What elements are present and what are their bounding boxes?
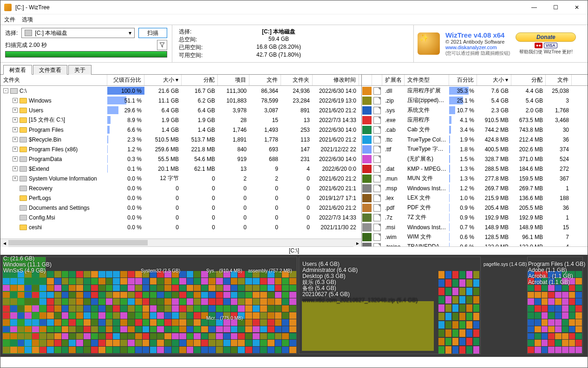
ext-row[interactable]: .7z7Z 文件0.9 %192.9 MB192.9 MB1 — [362, 213, 588, 222]
scroll-left-icon[interactable]: ◂ — [0, 239, 8, 247]
ext-row[interactable]: .ttfTrueType 字体文1.8 %400.5 MB202.6 MB374 — [362, 144, 588, 154]
ext-row[interactable]: .pdfPDF 文件0.9 %205.4 MB205.5 MB36 — [362, 203, 588, 213]
ext-row[interactable]: .msiWindows Installe0.7 %148.9 MB148.9 M… — [362, 222, 588, 232]
tree-col-4[interactable]: 项目 — [218, 75, 249, 85]
expander-icon[interactable]: + — [13, 137, 18, 142]
ext-row[interactable]: .mspWindows Installe1.2 %269.7 MB269.7 M… — [362, 183, 588, 193]
expander-icon[interactable]: + — [13, 156, 18, 161]
expander-icon[interactable]: - — [3, 88, 8, 93]
expander-icon[interactable]: + — [13, 176, 18, 181]
folder-icon — [20, 147, 27, 152]
ext-row[interactable]: .datKMP - MPEG Mc1.3 %288.5 MB184.6 MB27… — [362, 164, 588, 174]
tree-row[interactable]: PerfLogs0.0 %000002019/12/7 17:1 — [0, 193, 361, 203]
file-type-icon — [373, 87, 381, 95]
close-button[interactable]: ✕ — [566, 0, 588, 14]
product-name: WizTree v4.08 x64 — [445, 31, 510, 39]
ext-body[interactable]: .dll应用程序扩展35.3 %7.6 GB4.4 GB25,038.zip压缩… — [362, 86, 588, 246]
tree-h-scrollbar[interactable]: ◂ ▸ — [0, 239, 361, 246]
ext-row[interactable]: .lexLEX 文件1.0 %215.9 MB136.6 MB188 — [362, 193, 588, 203]
expander-icon[interactable]: + — [13, 108, 18, 113]
tree-col-1[interactable]: 父级百分比 — [107, 75, 144, 85]
tree-row[interactable]: +$Extend0.1 %20.1 MB62.1 MB13942022/6/20… — [0, 164, 361, 174]
tree-col-5[interactable]: 文件 — [249, 75, 281, 85]
ext-col-7[interactable]: 文件 — [546, 75, 572, 85]
folder-name: Program Files — [29, 127, 64, 133]
scroll-thumb[interactable] — [8, 240, 148, 245]
menu-file[interactable]: 文件 — [4, 16, 15, 24]
ext-color-swatch — [362, 174, 372, 183]
percent-cell: 8.9 % — [107, 115, 144, 125]
website-link[interactable]: www.diskanalyzer.com — [445, 45, 510, 50]
ext-row[interactable]: (无扩展名)1.5 %328.7 MB371.0 MB524 — [362, 154, 588, 164]
ext-row[interactable]: .cabCab 文件3.4 %744.2 MB743.8 MB30 — [362, 125, 588, 135]
progress-bar — [5, 51, 167, 58]
ext-row[interactable]: .munMUN 文件1.3 %277.8 MB159.5 MB367 — [362, 174, 588, 183]
ext-row[interactable]: .zip压缩(zipped)文件25.1 %5.4 GB5.4 GB3 — [362, 96, 588, 105]
filter-button[interactable] — [157, 40, 167, 50]
tree-body[interactable]: -C:\100.0 %21.6 GB16.7 GB111,30086,36424… — [0, 86, 361, 239]
tree-row[interactable]: +[15 文件在 C:\]8.9 %1.9 GB1.9 GB2815132022… — [0, 115, 361, 125]
ext-col-1[interactable] — [372, 75, 382, 85]
tree-row[interactable]: +System Volume Information0.0 %12 字节0220… — [0, 174, 361, 183]
tree-row[interactable]: +Users29.6 %6.4 GB6.4 GB3,9783,087891202… — [0, 105, 361, 115]
folder-icon — [20, 156, 27, 162]
ext-color-swatch — [362, 233, 372, 241]
tree-row[interactable]: -C:\100.0 %21.6 GB16.7 GB111,30086,36424… — [0, 86, 361, 96]
ext-col-4[interactable]: 百分比 — [449, 75, 477, 85]
tree-row[interactable]: +$Recycle.Bin2.3 %510.5 MB513.7 MB1,8911… — [0, 135, 361, 144]
drive-dropdown[interactable]: [C:] 本地磁盘 — [21, 28, 135, 38]
ext-col-6[interactable]: 分配 — [511, 75, 546, 85]
folder-name: ProgramData — [29, 156, 62, 162]
tab-file-view[interactable]: 文件查看 — [33, 65, 67, 75]
folder-name: Program Files (x86) — [29, 146, 78, 153]
scroll-right-icon[interactable]: ▸ — [353, 239, 361, 247]
tree-row[interactable]: +Windows51.1 %11.1 GB6.2 GB101,88378,599… — [0, 96, 361, 105]
tree-row[interactable]: Config.Msi0.0 %000002022/7/3 14:33 — [0, 213, 361, 222]
ext-row[interactable]: .wimWIM 文件0.6 %128.5 MB96.1 MB7 — [362, 232, 588, 242]
file-type-icon — [373, 233, 381, 241]
tm-acrobat-label: Acrobat (1.1 GB) — [528, 279, 585, 285]
tree-col-2[interactable]: 大小 ▾ — [144, 75, 182, 85]
ext-col-2[interactable]: 扩展名 — [382, 75, 405, 85]
ext-col-5[interactable]: 大小 ▾ — [477, 75, 511, 85]
folder-name: C:\ — [20, 88, 26, 94]
folder-icon — [20, 108, 27, 113]
ext-row[interactable]: .ttcTrueType Collect1.9 %424.8 MB212.4 M… — [362, 135, 588, 144]
tree-row[interactable]: +Program Files6.6 %1.4 GB1.4 GB1,7461,49… — [0, 125, 361, 135]
tree-row[interactable]: +Program Files (x86)1.2 %259.6 MB221.8 M… — [0, 144, 361, 154]
tree-row[interactable]: Recovery0.0 %000002021/6/20 21:1 — [0, 183, 361, 193]
percent-cell: 0.0 % — [107, 183, 144, 193]
maximize-button[interactable]: ☐ — [545, 0, 566, 14]
ext-row[interactable]: .traineTRAINEDDATA 文0.6 %122.0 MB122.0 M… — [362, 242, 588, 246]
tree-col-0[interactable]: 文件夹 — [0, 75, 107, 85]
folder-icon — [20, 137, 27, 142]
ext-row[interactable]: .dll应用程序扩展35.3 %7.6 GB4.4 GB25,038 — [362, 86, 588, 96]
tree-col-7[interactable]: 修改时间 — [313, 75, 359, 85]
menu-options[interactable]: 选项 — [22, 16, 33, 24]
tree-row[interactable]: +ProgramData0.3 %55.5 MB54.6 MB919688231… — [0, 154, 361, 164]
folder-icon — [20, 215, 27, 220]
donate-button[interactable]: Donate — [516, 32, 576, 42]
ext-col-3[interactable]: 文件类型 — [405, 75, 449, 85]
expander-icon[interactable]: + — [13, 127, 18, 132]
expander-icon[interactable]: + — [13, 117, 18, 123]
tree-col-3[interactable]: 分配 — [182, 75, 218, 85]
expander-icon[interactable]: + — [13, 166, 18, 171]
ext-row[interactable]: .exe应用程序4.1 %910.5 MB673.5 MB3,468 — [362, 115, 588, 125]
scan-button[interactable]: 扫描 — [138, 28, 167, 38]
tree-col-6[interactable]: 文件夹 — [281, 75, 313, 85]
minimize-button[interactable]: — — [523, 0, 545, 14]
expander-icon[interactable]: + — [13, 98, 18, 103]
ext-color-swatch — [362, 106, 372, 115]
branding: WizTree v4.08 x64 © 2021 Antibody Softwa… — [414, 25, 588, 62]
select-label: 选择: — [5, 29, 18, 37]
treemap[interactable]: C: (21.6 GB) Windows (11.1 GB) WinSxS (4… — [0, 255, 588, 357]
ext-color-swatch — [362, 136, 372, 144]
tree-row[interactable]: Documents and Settings0.0 %000002021/6/2… — [0, 203, 361, 213]
expander-icon[interactable]: + — [13, 147, 18, 152]
tree-row[interactable]: ceshi0.0 %000002021/11/30 22 — [0, 222, 361, 232]
ext-col-0[interactable] — [362, 75, 372, 85]
ext-row[interactable]: .sys系统文件10.7 %2.3 GB2.0 GB1,768 — [362, 105, 588, 115]
tab-about[interactable]: 关于 — [68, 65, 91, 75]
tab-tree-view[interactable]: 树查看 — [3, 65, 32, 75]
